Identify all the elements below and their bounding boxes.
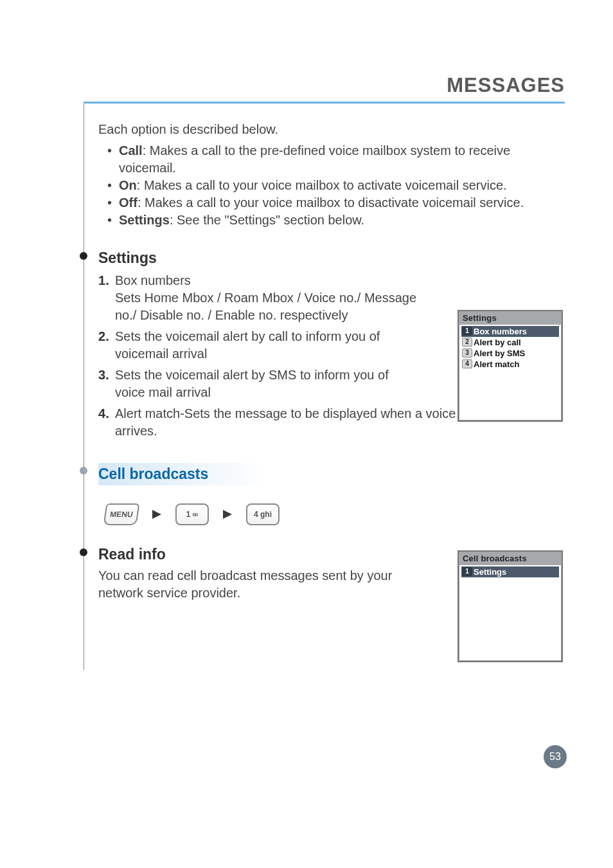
list-item: Box numbers Sets Home Mbox / Roam Mbox /…	[98, 272, 418, 324]
phone-menu-item: 4Alert match	[461, 359, 559, 370]
section-bullet-icon	[80, 467, 87, 475]
index-badge: 1	[462, 327, 472, 336]
read-info-heading: Read info	[98, 546, 166, 563]
left-vertical-rule	[84, 104, 84, 670]
arrow-right-icon	[223, 510, 232, 519]
page-number: 53	[544, 745, 567, 768]
phone-screenshot-cell-broadcasts: Cell broadcasts 1Settings	[458, 550, 563, 662]
intro-text: Each option is described below.	[98, 121, 565, 138]
four-key-icon: 4 ghi	[246, 503, 280, 525]
phone-item-label: Box numbers	[474, 327, 527, 336]
list-item: Settings: See the "Settings" section bel…	[107, 212, 539, 229]
phone-title: Cell broadcasts	[459, 552, 562, 565]
option-text: : Makes a call to your voice mailbox to …	[138, 195, 524, 210]
phone-menu-item: 1Settings	[461, 566, 559, 577]
phone-menu-item: 3Alert by SMS	[461, 348, 559, 359]
header-rule	[84, 102, 565, 104]
option-label: On	[119, 178, 137, 192]
index-badge: 3	[462, 348, 472, 357]
options-list: Call: Makes a call to the pre-defined vo…	[98, 142, 565, 229]
option-label: Off	[119, 195, 138, 210]
menu-key-icon: MENU	[103, 503, 140, 525]
option-label: Settings	[119, 213, 170, 227]
list-item: Sets the voicemail alert by SMS to infor…	[98, 366, 418, 401]
list-item: Off: Makes a call to your voice mailbox …	[107, 194, 539, 212]
settings-heading: Settings	[98, 249, 157, 266]
index-badge: 1	[462, 567, 472, 576]
option-label: Call	[119, 143, 143, 158]
phone-title: Settings	[459, 311, 562, 325]
key-breadcrumb: MENU 1 ∞ 4 ghi	[105, 503, 565, 525]
option-text: : Makes a call to your voice mailbox to …	[137, 178, 507, 192]
option-text: : Makes a call to the pre-defined voice …	[119, 143, 510, 175]
index-badge: 4	[462, 359, 472, 368]
section-bullet-icon	[80, 252, 87, 260]
read-info-body: You can read cell broadcast messages sen…	[98, 567, 407, 602]
cell-broadcasts-heading: Cell broadcasts	[98, 463, 266, 485]
phone-item-label: Settings	[474, 567, 506, 577]
phone-item-label: Alert by call	[474, 338, 521, 347]
index-badge: 2	[462, 338, 472, 347]
phone-menu-item: 2Alert by call	[461, 337, 559, 348]
phone-menu-item: 1Box numbers	[461, 326, 559, 337]
page-title: MESSAGES	[447, 74, 565, 97]
list-item: Sets the voicemail alert by call to info…	[98, 328, 418, 363]
list-item: Call: Makes a call to the pre-defined vo…	[107, 142, 539, 177]
arrow-right-icon	[152, 510, 161, 519]
phone-screenshot-settings: Settings 1Box numbers 2Alert by call 3Al…	[458, 310, 563, 422]
phone-item-label: Alert by SMS	[474, 348, 525, 358]
section-bullet-icon	[80, 548, 87, 556]
phone-item-label: Alert match	[474, 359, 520, 369]
list-item: On: Makes a call to your voice mailbox t…	[107, 177, 539, 194]
option-text: : See the "Settings" section below.	[170, 213, 364, 227]
one-key-icon: 1 ∞	[175, 503, 209, 525]
